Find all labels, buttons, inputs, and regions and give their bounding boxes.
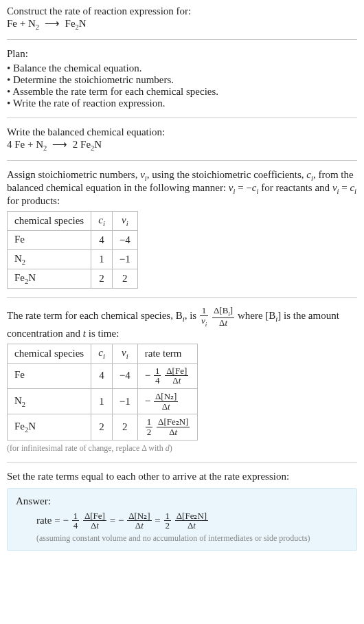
col-species: chemical species: [8, 344, 91, 363]
table-row: Fe2N 2 2: [8, 269, 138, 289]
answer-label: Answer:: [16, 495, 348, 507]
set-equal-text: Set the rate terms equal to each other t…: [7, 471, 357, 482]
answer-assumption: (assuming constant volume and no accumul…: [36, 533, 348, 544]
plus: +: [17, 18, 28, 29]
balanced-label: Write the balanced chemical equation:: [7, 126, 357, 138]
answer-box: Answer: rate = − 14 Δ[Fe]Δt = − Δ[N₂]Δt …: [7, 488, 357, 551]
table-header-row: chemical species ci νi: [8, 212, 138, 231]
divider: [7, 297, 357, 298]
rate-intro: The rate term for each chemical species,…: [7, 306, 357, 339]
product-fe2n: Fe2N: [65, 18, 87, 29]
table-header-row: chemical species ci νi rate term: [8, 344, 198, 363]
table-row: N2 1 −1 − Δ[N₂]Δt: [8, 389, 198, 414]
col-nui: νi: [112, 344, 137, 363]
divider: [7, 39, 357, 40]
plan-item: Assemble the rate term for each chemical…: [7, 86, 357, 98]
plan-list: Balance the chemical equation. Determine…: [7, 63, 357, 109]
divider: [7, 118, 357, 118]
arrow-icon: ⟶: [52, 139, 67, 150]
unbalanced-equation: Fe + N2 ⟶ Fe2N: [7, 17, 357, 31]
col-rate-term: rate term: [137, 344, 198, 363]
reactant-fe: Fe: [7, 18, 17, 29]
divider: [7, 160, 357, 161]
reactant-n2: N2: [28, 18, 39, 29]
plan-label: Plan:: [7, 48, 357, 60]
arrow-icon: ⟶: [45, 18, 60, 29]
table-row: Fe 4 −4: [8, 231, 138, 250]
col-species: chemical species: [8, 212, 91, 231]
prompt-text: Construct the rate of reaction expressio…: [7, 5, 357, 17]
table-row: Fe2N 2 2 12 Δ[Fe₂N]Δt: [8, 414, 198, 440]
col-nui: νi: [112, 212, 137, 231]
table-row: N2 1 −1: [8, 250, 138, 269]
table-row: Fe 4 −4 − 14 Δ[Fe]Δt: [8, 363, 198, 388]
stoichiometry-table: chemical species ci νi Fe 4 −4 N2 1 −1 F…: [7, 211, 138, 289]
divider: [7, 462, 357, 463]
infinitesimal-note: (for infinitesimal rate of change, repla…: [7, 443, 357, 454]
rate-terms-table: chemical species ci νi rate term Fe 4 −4…: [7, 344, 198, 441]
assign-text: Assign stoichiometric numbers, νi, using…: [7, 169, 357, 207]
plan-item: Write the rate of reaction expression.: [7, 98, 357, 109]
plan-item: Balance the chemical equation.: [7, 63, 357, 74]
plan-item: Determine the stoichiometric numbers.: [7, 74, 357, 86]
rate-expression: rate = − 14 Δ[Fe]Δt = − Δ[N₂]Δt = 12 Δ[F…: [36, 511, 348, 531]
col-ci: ci: [91, 344, 113, 363]
balanced-equation: 4 Fe + N2 ⟶ 2 Fe2N: [7, 138, 357, 152]
col-ci: ci: [91, 212, 113, 231]
